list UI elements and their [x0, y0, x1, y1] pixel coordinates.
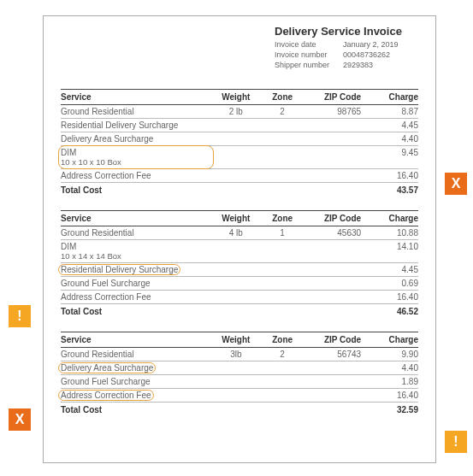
zip-cell	[304, 132, 361, 146]
zone-cell	[261, 119, 304, 132]
zone-cell	[261, 263, 304, 277]
invoice-header: Delivery Service Invoice Invoice dateJan…	[275, 25, 418, 70]
service-label: Residential Delivery Surcharge	[61, 265, 178, 274]
col-header: ZIP Code	[304, 211, 361, 226]
service-label: Ground Residential	[61, 228, 134, 238]
callout-alert-icon: !	[445, 431, 467, 453]
table-row: Address Correction Fee16.40	[61, 291, 418, 304]
header-label: Invoice number	[275, 50, 343, 60]
service-sub: 10 x 10 x 10 Box	[61, 157, 211, 167]
charge-cell: 4.45	[361, 263, 418, 277]
col-header: Zone	[261, 211, 304, 226]
spacer	[304, 304, 361, 319]
col-header: ZIP Code	[304, 90, 361, 105]
charge-cell: 1.89	[361, 375, 418, 389]
weight-cell	[211, 263, 262, 277]
charge-cell: 16.40	[361, 389, 418, 403]
zip-cell	[304, 291, 361, 304]
total-row: Total Cost43.57	[61, 183, 418, 197]
zone-cell	[261, 277, 304, 291]
table-row: DIM10 x 14 x 14 Box14.10	[61, 240, 418, 263]
service-cell: Address Correction Fee	[61, 169, 211, 183]
total-label: Total Cost	[61, 304, 211, 319]
charge-cell: 16.40	[361, 169, 418, 183]
service-cell: Ground Residential	[61, 348, 211, 361]
zip-cell	[304, 361, 361, 375]
table-row: Address Correction Fee16.40	[61, 169, 418, 183]
col-header: Zone	[261, 332, 304, 348]
invoice-table: ServiceWeightZoneZIP CodeChargeGround Re…	[61, 89, 418, 197]
zip-cell	[304, 375, 361, 389]
weight-cell	[211, 291, 262, 304]
zip-cell: 56743	[304, 348, 361, 361]
table-row: Residential Delivery Surcharge4.45	[61, 119, 418, 132]
header-value: 2929383	[343, 61, 373, 69]
zone-cell	[261, 169, 304, 183]
service-label: Delivery Area Surcharge	[61, 134, 153, 144]
charge-cell: 14.10	[361, 240, 418, 263]
weight-cell	[211, 132, 262, 146]
charge-cell: 4.45	[361, 119, 418, 132]
table-row: Ground Fuel Surcharge0.69	[61, 277, 418, 291]
service-label: Ground Residential	[61, 107, 134, 116]
zip-cell	[304, 146, 361, 169]
zone-cell: 1	[261, 226, 304, 240]
weight-cell: 2 lb	[211, 105, 262, 119]
service-cell: Delivery Area Surcharge	[61, 361, 211, 375]
zip-cell	[304, 263, 361, 277]
weight-cell	[211, 169, 262, 183]
col-header: Weight	[211, 332, 262, 348]
header-value: January 2, 2019	[343, 40, 399, 49]
total-value: 32.59	[361, 403, 418, 417]
service-label: DIM	[61, 242, 76, 251]
table-row: Ground Residential4 lb14563010.88	[61, 226, 418, 240]
zone-cell: 2	[261, 348, 304, 361]
callout-alert-icon: !	[9, 305, 31, 327]
zip-cell	[304, 169, 361, 183]
weight-cell	[211, 277, 262, 291]
spacer	[211, 183, 262, 197]
zone-cell	[261, 375, 304, 389]
charge-cell: 16.40	[361, 291, 418, 304]
zip-cell	[304, 240, 361, 263]
table-row: Ground Residential3lb2567439.90	[61, 348, 418, 361]
weight-cell: 3lb	[211, 348, 262, 361]
service-label: Address Correction Fee	[61, 292, 151, 302]
zip-cell	[304, 119, 361, 132]
total-row: Total Cost32.59	[61, 403, 418, 417]
spacer	[261, 304, 304, 319]
weight-cell	[211, 389, 262, 403]
col-header: Charge	[361, 211, 418, 226]
table-row: Delivery Area Surcharge4.40	[61, 132, 418, 146]
zip-cell: 98765	[304, 105, 361, 119]
invoice-table: ServiceWeightZoneZIP CodeChargeGround Re…	[61, 210, 418, 318]
service-cell: Ground Residential	[61, 226, 211, 240]
service-cell: Address Correction Fee	[61, 389, 211, 403]
col-header: Weight	[211, 211, 262, 226]
spacer	[211, 403, 262, 417]
service-label: DIM	[61, 148, 76, 157]
charge-cell: 4.40	[361, 361, 418, 375]
service-sub: 10 x 14 x 14 Box	[61, 251, 211, 261]
total-label: Total Cost	[61, 403, 211, 417]
weight-cell	[211, 375, 262, 389]
charge-cell: 9.90	[361, 348, 418, 361]
col-header: Charge	[361, 90, 418, 105]
service-cell: Ground Fuel Surcharge	[61, 375, 211, 389]
service-cell: Delivery Area Surcharge	[61, 132, 211, 146]
col-header: Zone	[261, 90, 304, 105]
service-cell: Residential Delivery Surcharge	[61, 263, 211, 277]
total-value: 43.57	[361, 183, 418, 197]
zip-cell: 45630	[304, 226, 361, 240]
header-value: 00048736262	[343, 50, 390, 59]
charge-cell: 10.88	[361, 226, 418, 240]
zone-cell	[261, 291, 304, 304]
weight-cell	[211, 240, 262, 263]
callout-x-icon: X	[445, 173, 467, 195]
service-label: Ground Residential	[61, 350, 134, 359]
charge-cell: 4.40	[361, 132, 418, 146]
zip-cell	[304, 277, 361, 291]
zone-cell	[261, 389, 304, 403]
charge-cell: 0.69	[361, 277, 418, 291]
service-label: Delivery Area Surcharge	[61, 363, 153, 373]
